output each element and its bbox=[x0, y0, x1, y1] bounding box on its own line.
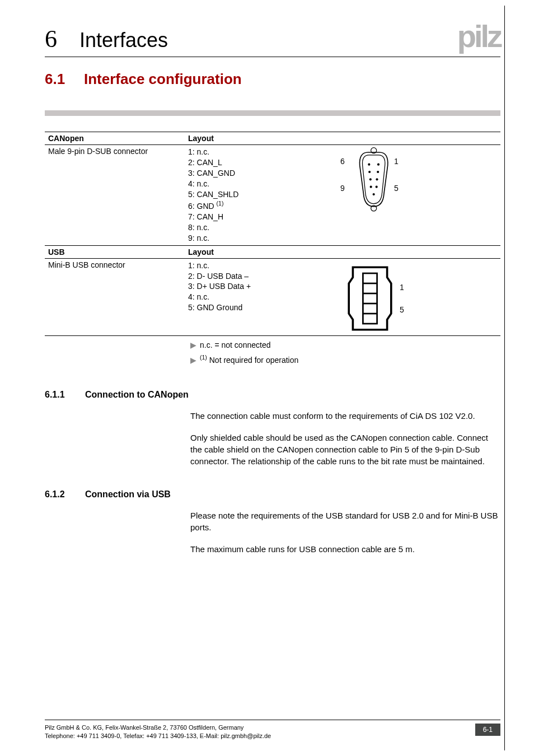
svg-point-6 bbox=[369, 178, 372, 180]
dsub-diagram-cell: 6 1 9 5 bbox=[341, 145, 500, 246]
pin-line: 2: D- USB Data – bbox=[188, 271, 338, 282]
footnote-2-sup: (1) bbox=[200, 354, 207, 361]
footnote-line: ▶(1) Not required for operation bbox=[190, 352, 500, 367]
brand-logo: pilz bbox=[457, 22, 500, 50]
footnote-2: Not required for operation bbox=[207, 356, 298, 365]
subsection-title: Connection via USB bbox=[85, 489, 171, 500]
th-canopen: CANopen bbox=[45, 132, 185, 145]
minib-label-5: 5 bbox=[400, 305, 404, 314]
canopen-pinout: 1: n.c. 2: CAN_L 3: CAN_GND 4: n.c. 5: C… bbox=[185, 145, 341, 246]
svg-point-4 bbox=[368, 171, 371, 173]
pin-line: 3: CAN_GND bbox=[188, 168, 338, 179]
footer-line-1: Pilz GmbH & Co. KG, Felix-Wankel-Straße … bbox=[45, 724, 271, 732]
subsection-title: Connection to CANopen bbox=[85, 390, 189, 400]
pin6-sup: (1) bbox=[217, 200, 224, 207]
pin-line: 5: CAN_SHLD bbox=[188, 189, 338, 200]
table-row: Mini-B USB connector 1: n.c. 2: D- USB D… bbox=[45, 258, 500, 335]
canopen-connector-label: Male 9-pin D-SUB connector bbox=[45, 145, 185, 246]
table-row: Male 9-pin D-SUB connector 1: n.c. 2: CA… bbox=[45, 145, 500, 246]
pin-line: 6: GND (1) bbox=[188, 199, 338, 212]
minib-diagram-cell: 1 5 bbox=[341, 258, 500, 335]
footer-line-2: Telephone: +49 711 3409-0, Telefax: +49 … bbox=[45, 732, 271, 740]
footnote-1: n.c. = not connected bbox=[200, 340, 270, 349]
section-number: 6.1 bbox=[45, 71, 84, 88]
chapter-title: Interfaces bbox=[79, 29, 168, 52]
pin-line: 3: D+ USB Data + bbox=[188, 281, 338, 292]
pin-line: 1: n.c. bbox=[188, 260, 338, 271]
body-paragraph: The connection cable must conform to the… bbox=[45, 410, 500, 422]
footnote-line: ▶n.c. = not connected bbox=[190, 338, 500, 352]
pin-line: 1: n.c. bbox=[188, 147, 338, 157]
pin-line: 9: n.c. bbox=[188, 233, 338, 244]
section-heading: 6.1 Interface configuration bbox=[45, 71, 500, 88]
mini-b-connector-icon bbox=[345, 263, 395, 334]
dsub-label-1: 1 bbox=[394, 157, 399, 166]
svg-point-9 bbox=[376, 186, 378, 188]
svg-point-5 bbox=[377, 171, 379, 173]
section-title: Interface configuration bbox=[84, 71, 242, 88]
pin-line: 2: CAN_L bbox=[188, 157, 338, 168]
pin-line: 4: n.c. bbox=[188, 292, 338, 302]
subsection-number: 6.1.1 bbox=[45, 390, 85, 400]
svg-point-2 bbox=[368, 164, 370, 166]
footer-address: Pilz GmbH & Co. KG, Felix-Wankel-Straße … bbox=[45, 724, 271, 740]
pin-line: 4: n.c. bbox=[188, 179, 338, 189]
chapter-number: 6 bbox=[45, 25, 57, 53]
svg-point-3 bbox=[377, 164, 380, 166]
pin-line: 5: GND Ground bbox=[188, 302, 338, 313]
triangle-bullet-icon: ▶ bbox=[190, 340, 196, 349]
dsub-label-6: 6 bbox=[340, 157, 345, 166]
pin6-text: 6: GND bbox=[188, 202, 217, 211]
svg-point-10 bbox=[373, 193, 375, 195]
subsection-heading: 6.1.1 Connection to CANopen bbox=[45, 390, 500, 400]
svg-rect-11 bbox=[363, 273, 377, 324]
th-layout-2: Layout bbox=[185, 245, 500, 258]
chapter-header: 6 Interfaces pilz bbox=[45, 22, 500, 57]
page-number-badge: 6-1 bbox=[475, 724, 500, 736]
dsub-label-9: 9 bbox=[340, 184, 345, 193]
table-footnotes: ▶n.c. = not connected ▶(1) Not required … bbox=[45, 338, 500, 367]
interface-table: CANopen Layout Male 9-pin D-SUB connecto… bbox=[45, 132, 500, 336]
minib-label-1: 1 bbox=[400, 283, 404, 292]
usb-pinout: 1: n.c. 2: D- USB Data – 3: D+ USB Data … bbox=[185, 258, 341, 335]
triangle-bullet-icon: ▶ bbox=[190, 356, 196, 365]
subsection-number: 6.1.2 bbox=[45, 489, 85, 500]
th-usb: USB bbox=[45, 245, 185, 258]
body-paragraph: The maximum cable runs for USB connectio… bbox=[45, 543, 500, 555]
body-paragraph: Please note the requirements of the USB … bbox=[45, 510, 500, 533]
subsection-heading: 6.1.2 Connection via USB bbox=[45, 489, 500, 500]
dsub-label-5: 5 bbox=[394, 184, 399, 193]
page-footer: Pilz GmbH & Co. KG, Felix-Wankel-Straße … bbox=[45, 720, 500, 740]
th-layout-1: Layout bbox=[185, 132, 500, 145]
separator-bar bbox=[45, 110, 500, 116]
pin-line: 8: n.c. bbox=[188, 222, 338, 233]
dsub-connector-icon bbox=[345, 147, 401, 212]
usb-connector-label: Mini-B USB connector bbox=[45, 258, 185, 335]
pin-line: 7: CAN_H bbox=[188, 212, 338, 222]
svg-point-8 bbox=[370, 186, 372, 188]
body-paragraph: Only shielded cable should be used as th… bbox=[45, 432, 500, 467]
svg-point-7 bbox=[376, 178, 378, 180]
page-right-border bbox=[504, 6, 505, 750]
